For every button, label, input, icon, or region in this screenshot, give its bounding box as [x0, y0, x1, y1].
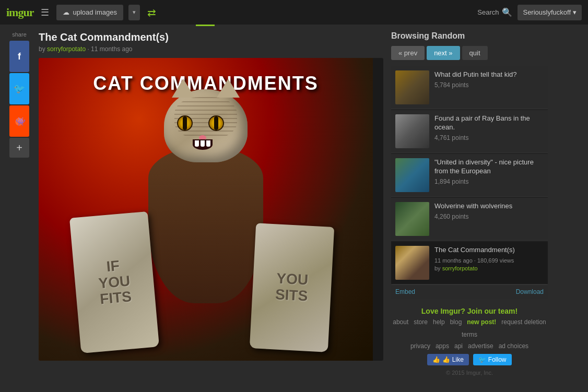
- item-points: 1,894 points: [434, 178, 544, 185]
- item-points: 4,260 points: [434, 213, 544, 220]
- item-title: What did Putin tell that kid?: [434, 70, 544, 79]
- item-thumbnail: [395, 70, 429, 104]
- footer-link-about[interactable]: about: [393, 318, 408, 326]
- embed-download-bar: Embed Download: [391, 284, 548, 299]
- plus-icon: +: [16, 142, 22, 154]
- list-item[interactable]: "United in diversity" - nice picture fro…: [391, 154, 548, 197]
- twitter-share-button[interactable]: 🐦: [9, 73, 29, 104]
- footer-link-help[interactable]: help: [433, 318, 445, 326]
- cat-ears: [172, 79, 240, 98]
- cat-mouth: [193, 139, 213, 150]
- menu-icon[interactable]: ☰: [39, 5, 51, 20]
- footer-links-row2: privacy apps api advertise ad choices: [391, 342, 548, 350]
- footer-link-adchoices[interactable]: ad choices: [499, 342, 528, 350]
- item-title: "United in diversity" - nice picture fro…: [434, 158, 544, 176]
- post-image-container: CAT COMMANDMENTS: [39, 58, 383, 361]
- download-link[interactable]: Download: [516, 288, 544, 295]
- embed-link[interactable]: Embed: [395, 288, 415, 295]
- reddit-share-button[interactable]: 👾: [9, 105, 29, 137]
- facebook-like-button[interactable]: 👍 👍 Like: [427, 354, 468, 365]
- footer-links: about store help blog new post! request …: [391, 318, 548, 338]
- logo[interactable]: imgur: [6, 6, 33, 19]
- item-points: 4,761 points: [434, 134, 544, 141]
- search-icon[interactable]: 🔍: [502, 7, 512, 17]
- list-item[interactable]: Found a pair of Ray Bans in the ocean. 4…: [391, 110, 548, 153]
- quit-button[interactable]: quit: [462, 46, 488, 60]
- header: imgur ☰ ☁ upload images ▾ ⇄ Search 🔍 Ser…: [0, 0, 588, 25]
- footer-link-newpost[interactable]: new post!: [467, 318, 496, 326]
- header-underline: [0, 25, 588, 26]
- more-share-button[interactable]: +: [9, 138, 29, 158]
- thumbs-up-icon: 👍: [432, 356, 440, 363]
- item-info: The Cat Commandment(s) 11 months ago · 1…: [434, 246, 544, 280]
- item-points: 5,784 points: [434, 81, 544, 89]
- cat-eyes: [177, 115, 234, 131]
- user-menu-button[interactable]: Seriouslyfuckoff ▾: [518, 5, 582, 20]
- facebook-share-button[interactable]: f: [9, 41, 29, 72]
- search-label: Search: [477, 8, 499, 16]
- svg-text:👾: 👾: [16, 116, 25, 126]
- item-info: Wolverine with wolverines 4,260 points: [434, 202, 544, 236]
- upload-button[interactable]: ☁ upload images: [56, 5, 123, 20]
- footer-link-advertise[interactable]: advertise: [468, 342, 493, 350]
- cat-teeth: [193, 139, 213, 147]
- tablet-left: IFYOUFITS: [69, 211, 159, 353]
- twitter-follow-button[interactable]: 🐦 Follow: [473, 354, 512, 365]
- post-timestamp: 11 months ago: [91, 45, 132, 53]
- cat-eye-left: [177, 115, 193, 131]
- panel-scroll[interactable]: What did Putin tell that kid? 5,784 poin…: [391, 66, 548, 299]
- list-item-current[interactable]: The Cat Commandment(s) 11 months ago · 1…: [391, 242, 548, 284]
- next-button[interactable]: next »: [427, 46, 460, 60]
- upload-dropdown-arrow[interactable]: ▾: [128, 5, 140, 20]
- item-info: What did Putin tell that kid? 5,784 poin…: [434, 70, 544, 104]
- tooth: [206, 140, 210, 147]
- footer-link-apps[interactable]: apps: [436, 342, 449, 350]
- item-info: Found a pair of Ray Bans in the ocean. 4…: [434, 114, 544, 148]
- facebook-icon: f: [18, 51, 21, 62]
- username-label: Seriouslyfuckoff: [523, 8, 571, 16]
- cat-head: [164, 89, 248, 162]
- footer-link-terms[interactable]: terms: [462, 331, 477, 338]
- shuffle-icon[interactable]: ⇄: [147, 6, 156, 19]
- tablet-left-text: IFYOUFITS: [97, 257, 133, 307]
- item-thumbnail: [395, 202, 429, 236]
- post-meta: by sorryforpotato · 11 months ago: [39, 45, 383, 53]
- reddit-icon: 👾: [14, 115, 25, 127]
- post-area: The Cat Commandment(s) by sorryforpotato…: [39, 31, 383, 380]
- main-layout: share f 🐦 👾 + The Cat Commandment(s) by …: [0, 26, 588, 385]
- cat-ear-left: [172, 79, 195, 98]
- item-meta: 11 months ago · 180,699 views by sorryfo…: [434, 257, 544, 273]
- footer-section: Love Imgur? Join our team! about store h…: [391, 299, 548, 380]
- cat-eye-right: [208, 115, 224, 131]
- tooth: [201, 140, 205, 147]
- shuffle-underline: [196, 25, 215, 26]
- tooth: [195, 140, 199, 147]
- footer-link-privacy[interactable]: privacy: [410, 342, 430, 350]
- tablet-right: YOUSITS: [250, 223, 334, 352]
- post-author-link[interactable]: sorryforpotato: [47, 45, 86, 53]
- share-label: share: [12, 31, 27, 38]
- item-title: Wolverine with wolverines: [434, 202, 544, 211]
- item-title: The Cat Commandment(s): [434, 246, 544, 255]
- search-area[interactable]: Search 🔍: [477, 7, 512, 17]
- item-author-link[interactable]: sorryforpotato: [442, 265, 478, 271]
- item-thumbnail: [395, 114, 429, 148]
- footer-link-deletion[interactable]: request deletion: [501, 318, 546, 326]
- copyright: © 2015 Imgur, Inc.: [391, 370, 548, 376]
- items-list: What did Putin tell that kid? 5,784 poin…: [391, 66, 548, 284]
- item-info: "United in diversity" - nice picture fro…: [434, 158, 544, 192]
- twitter-bird-icon: 🐦: [478, 356, 486, 363]
- item-thumbnail: [395, 246, 429, 280]
- footer-link-store[interactable]: store: [414, 318, 428, 326]
- nav-buttons: « prev next » quit: [391, 46, 548, 60]
- post-image: CAT COMMANDMENTS: [39, 58, 373, 361]
- list-item[interactable]: Wolverine with wolverines 4,260 points: [391, 198, 548, 241]
- post-title: The Cat Commandment(s): [39, 31, 383, 43]
- share-sidebar: share f 🐦 👾 +: [8, 31, 31, 380]
- list-item[interactable]: What did Putin tell that kid? 5,784 poin…: [391, 66, 548, 109]
- prev-button[interactable]: « prev: [391, 46, 425, 60]
- footer-link-blog[interactable]: blog: [450, 318, 462, 326]
- footer-link-api[interactable]: api: [454, 342, 463, 350]
- upload-icon: ☁: [63, 8, 69, 16]
- social-buttons: 👍 👍 Like 🐦 Follow: [391, 354, 548, 365]
